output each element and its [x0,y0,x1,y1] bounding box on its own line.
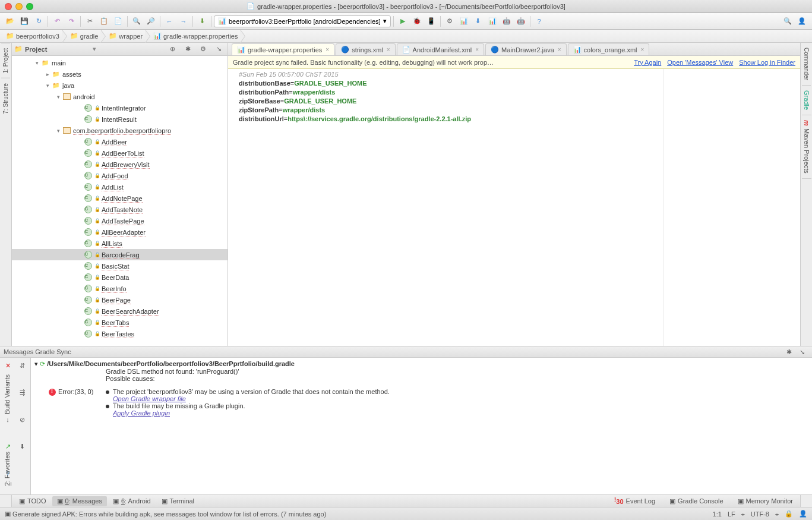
crumb-0[interactable]: 📁beerportfoliov3 [2,30,67,42]
tree-node-com-beerportfolio-beerportfoliopro[interactable]: ▾com.beerportfolio.beerportfoliopro [12,125,228,136]
rail-project[interactable]: 1: Project [1,43,10,78]
ddms-icon[interactable]: ⬇ [472,15,485,28]
sync-icon[interactable]: ↻ [32,15,45,28]
help-icon[interactable]: ? [533,15,546,28]
bottom-tab-0-messages[interactable]: ▣0: Messages [52,496,107,506]
avd-icon[interactable]: ⚙ [443,15,456,28]
rail-build-variants[interactable]: Build Variants [4,374,11,414]
android-icon[interactable]: 🤖 [500,15,513,28]
tree-node-addfood[interactable]: C🔒AddFood [12,170,228,181]
tree-node-addlist[interactable]: C🔒AddList [12,181,228,193]
bottom-tab-memory-monitor[interactable]: ▣Memory Monitor [733,495,798,506]
caret-position[interactable]: 1:1 [713,510,722,518]
filter-icon[interactable]: ⊘ [16,413,29,426]
bottom-tab-gradle-console[interactable]: ▣Gradle Console [665,495,728,506]
project-tree[interactable]: ▾📁main▸📁assets▾📁java▾androidC🔒IntentInte… [12,56,228,346]
tree-node-beerinfo[interactable]: C🔒BeerInfo [12,283,228,294]
close-tab-icon[interactable]: × [475,46,479,53]
tree-node-beerdata[interactable]: C🔒BeerData [12,272,228,283]
tree-node-addtastenote[interactable]: C🔒AddTasteNote [12,204,228,215]
user-icon[interactable]: 👤 [795,15,808,28]
crumb-1[interactable]: 📁gradle [67,30,106,42]
bottom-tab-todo[interactable]: ▣TODO [14,496,51,506]
rail-maven[interactable]: m Maven Projects [802,115,811,179]
gear-icon[interactable]: ⚙ [197,43,210,56]
try-again-link[interactable]: Try Again [634,59,661,66]
rail-commander[interactable]: Commander [802,43,811,86]
hide-icon[interactable]: ↘ [795,345,808,358]
tree-node-beertabs[interactable]: C🔒BeerTabs [12,317,228,328]
open-icon[interactable]: 📂 [4,15,17,28]
tree-node-alllists[interactable]: C🔒AllLists [12,238,228,249]
tree-node-beerpage[interactable]: C🔒BeerPage [12,294,228,305]
code-editor[interactable]: #Sun Feb 15 00:57:00 ChST 2015distributi… [228,69,800,346]
tree-node-basicstat[interactable]: C🔒BasicStat [12,260,228,272]
close-window-button[interactable] [5,3,12,10]
close-tab-icon[interactable]: × [558,46,561,53]
maximize-window-button[interactable] [26,3,33,10]
tree-node-addbeertolist[interactable]: C🔒AddBeerToList [12,147,228,159]
tree-node-addtastepage[interactable]: C🔒AddTastePage [12,215,228,226]
open-messages-link[interactable]: Open 'Messages' View [667,59,733,66]
close-tab-icon[interactable]: × [326,46,329,53]
hector-icon[interactable]: 👤 [799,510,807,518]
expand-icon[interactable]: ⇵ [16,359,29,372]
debug-icon[interactable]: 🐞 [410,15,424,28]
bottom-tab-6-android[interactable]: ▣6: Android [108,496,156,506]
tree-node-intentintegrator[interactable]: C🔒IntentIntegrator [12,102,228,114]
make-icon[interactable]: ⬇ [195,15,208,28]
tree-node-android[interactable]: ▾android [12,91,228,102]
rail-gradle[interactable]: Gradle [802,86,811,115]
tab-strings-xml[interactable]: 🔵strings.xml× [336,43,395,55]
undo-icon[interactable]: ↶ [50,15,64,28]
tree-node-intentresult[interactable]: C🔒IntentResult [12,114,228,125]
minimize-window-button[interactable] [15,3,23,10]
rail-structure[interactable]: 7: Structure [1,78,10,119]
cut-icon[interactable]: ✂ [83,15,96,28]
tree-node-allbeeradapter[interactable]: C🔒AllBeerAdapter [12,226,228,238]
tree-node-java[interactable]: ▾📁java [12,80,228,91]
copy-icon[interactable]: 📋 [97,15,110,28]
scroll-to-icon[interactable]: ⊕ [166,43,179,56]
crumb-3[interactable]: 📊gradle-wrapper.properties [150,30,245,42]
android2-icon[interactable]: 🤖 [514,15,527,28]
tree-node-addbeer[interactable]: C🔒AddBeer [12,136,228,147]
messages-content[interactable]: ▾ ⟳ /Users/Mike/Documents/beerPortfolio/… [31,358,812,494]
scroll-from-icon[interactable]: ✱ [181,43,194,56]
save-icon[interactable]: 💾 [18,15,31,28]
paste-icon[interactable]: 📄 [112,15,125,28]
gear-icon[interactable]: ✱ [782,345,795,358]
find-icon[interactable]: 🔍 [130,15,143,28]
bottom-tab-terminal[interactable]: ▣Terminal [157,496,200,506]
collapse-all-icon[interactable]: ⇶ [16,386,29,399]
apply-plugin-link[interactable]: Apply Gradle plugin [113,409,170,417]
download-icon[interactable]: ⬇ [16,440,29,453]
tab-androidmanifest-xml[interactable]: 📄AndroidManifest.xml× [397,43,485,55]
open-wrapper-link[interactable]: Open Gradle wrapper file [113,395,186,402]
back-icon[interactable]: ← [163,15,176,28]
tree-node-addbreweryvisit[interactable]: C🔒AddBreweryVisit [12,159,228,170]
file-encoding[interactable]: UTF-8 [751,510,769,518]
close-tab-icon[interactable]: × [387,46,390,53]
replace-icon[interactable]: 🔎 [144,15,157,28]
sdk-icon[interactable]: 📊 [457,15,470,28]
down-icon[interactable]: ↓ [1,413,14,426]
close-icon[interactable]: ✕ [1,359,14,372]
tree-node-beertastes[interactable]: C🔒BeerTastes [12,328,228,339]
tree-node-assets[interactable]: ▸📁assets [12,68,228,80]
crumb-2[interactable]: 📁wrapper [105,30,150,42]
attach-debugger-icon[interactable]: 📱 [425,15,438,28]
line-ending[interactable]: LF [728,510,735,518]
forward-icon[interactable]: → [177,15,190,28]
tab-gradle-wrapper-properties[interactable]: 📊gradle-wrapper.properties× [232,43,334,55]
search-everywhere-icon[interactable]: 🔍 [781,15,794,28]
tab-maindrawer2-java[interactable]: 🔵MainDrawer2.java× [485,43,567,55]
run-config-select[interactable]: 📊beerportfoliov3:BeerPprtfolio [androidD… [214,15,391,27]
collapse-icon[interactable]: ↘ [212,43,225,56]
bottom-tab-event-log[interactable]: !30Event Log [609,495,660,506]
tree-node-beersearchadapter[interactable]: C🔒BeerSearchAdapter [12,305,228,317]
monitor-icon[interactable]: 📊 [486,15,499,28]
show-log-link[interactable]: Show Log in Finder [739,59,795,66]
tab-colors-orange-xml[interactable]: 📊colors_orange.xml× [568,43,650,55]
redo-icon[interactable]: ↷ [65,15,78,28]
